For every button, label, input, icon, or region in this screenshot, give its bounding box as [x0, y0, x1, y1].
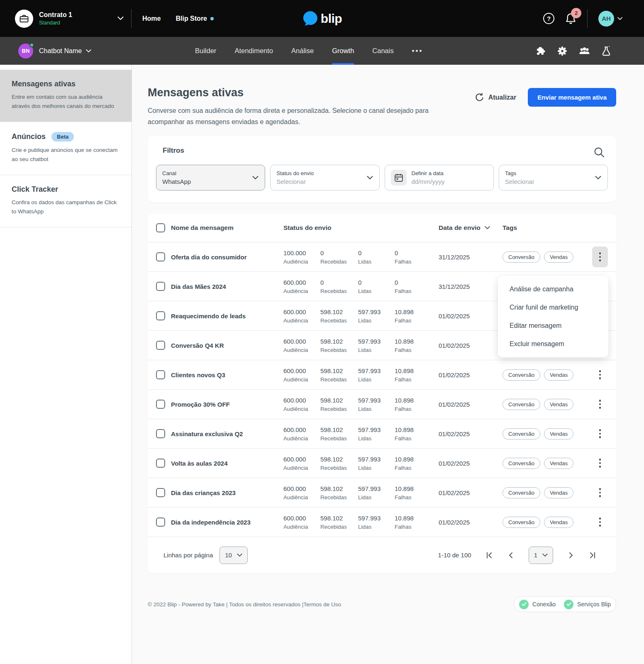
user-menu[interactable]: AH [598, 11, 622, 27]
menu-item-analise-de-campanha[interactable]: Análise de campanha [498, 280, 608, 298]
tags-filter-select[interactable]: Tags Selecionar [499, 165, 608, 190]
send-active-message-button[interactable]: Enviar mensagem ativa [528, 88, 616, 107]
row-checkbox[interactable] [156, 311, 165, 320]
notification-badge: 2 [571, 8, 581, 18]
chevron-down-icon [367, 176, 373, 180]
pagination-controls: 1-10 de 100 1 [438, 547, 596, 564]
send-date: 01/02/2025 [439, 489, 503, 496]
row-checkbox[interactable] [156, 429, 165, 438]
last-page-icon[interactable] [589, 552, 596, 559]
row-menu-button[interactable] [592, 247, 608, 267]
pagination-bar: Linhas por página 10 1-10 de 100 [148, 537, 616, 573]
tab-atendimento[interactable]: Atendimento [234, 37, 273, 65]
sidebar-item-title: Click Tracker [12, 185, 122, 194]
row-checkbox[interactable] [156, 370, 165, 379]
metric-failed: 10.898Falhas [395, 426, 432, 442]
channel-filter-select[interactable]: Canal WhatsApp [156, 165, 265, 190]
metric-received: 598.102Recebidas [320, 338, 358, 353]
users-icon[interactable] [579, 46, 590, 55]
filters-card: Filtros Canal WhatsApp [148, 136, 616, 202]
table-row: Oferta dia do consumidor 100.000Audiênci… [148, 242, 616, 271]
row-checkbox[interactable] [156, 400, 165, 409]
sidebar-item-click-tracker[interactable]: Click Tracker Confira os dados das campa… [0, 175, 132, 227]
date-filter-placeholder: dd/mm/yyyy [412, 178, 445, 185]
metric-read: 597.993Lidas [358, 397, 395, 412]
row-checkbox[interactable] [156, 252, 165, 261]
select-all-checkbox[interactable] [156, 223, 165, 232]
pagination-range: 1-10 de 100 [438, 552, 471, 559]
tag-pill: Vendas [544, 517, 573, 528]
menu-item-editar-mensagem[interactable]: Editar mensagem [498, 317, 608, 335]
row-tags: ConversãoVendas [503, 251, 584, 263]
menu-item-criar-funil[interactable]: Criar funil de marketing [498, 298, 608, 317]
column-header-date[interactable]: Data de envio [439, 224, 503, 232]
nav-blip-store-label: Blip Store [176, 15, 207, 22]
flask-icon[interactable] [602, 46, 611, 56]
menu-item-excluir-mensagem[interactable]: Excluir mensagem [498, 335, 608, 353]
chatbot-initials: BN [22, 48, 30, 54]
row-tags: ConversãoVendas [503, 458, 584, 469]
metric-audience: 600.000Audiência [283, 515, 320, 530]
filter-fields: Canal WhatsApp Status do envio Seleciona… [156, 165, 608, 190]
row-checkbox[interactable] [156, 488, 165, 497]
metric-read: 597.993Lidas [358, 515, 395, 530]
help-icon[interactable]: ? [543, 13, 554, 24]
nav-home[interactable]: Home [142, 15, 161, 22]
puzzle-icon[interactable] [536, 46, 546, 56]
sidebar-item-mensagens-ativas[interactable]: Mensagens ativas Entre em contato com su… [0, 70, 132, 122]
more-tabs-icon[interactable] [412, 37, 422, 65]
page-description: Converse com sua audiência de forma dire… [148, 105, 459, 127]
table-header-row: Nome da mensagem Status do envio Data de… [148, 214, 616, 242]
user-avatar: AH [598, 11, 614, 27]
copyright-text: © 2022 Blip - Powered by Take | Todos os… [148, 601, 341, 608]
tag-pill: Vendas [544, 487, 573, 498]
row-menu-button[interactable] [592, 512, 608, 532]
tab-canais[interactable]: Canais [372, 37, 393, 65]
send-date: 01/02/2025 [439, 460, 503, 467]
row-menu-button[interactable] [592, 394, 608, 415]
refresh-label: Atualizar [488, 94, 517, 101]
date-filter-input[interactable]: Definir a data dd/mm/yyyy [385, 165, 494, 190]
message-name: Dia das crianças 2023 [171, 489, 283, 496]
chatbot-switcher[interactable]: BN Chatbot Name [18, 44, 91, 59]
row-menu-button[interactable] [592, 423, 608, 444]
tab-analise[interactable]: Análise [291, 37, 314, 65]
contract-plan: Standard [39, 20, 117, 26]
row-checkbox[interactable] [156, 282, 165, 291]
message-name: Promoção 30% OFF [171, 401, 283, 408]
tab-growth[interactable]: Growth [332, 37, 354, 65]
metric-received: 598.102Recebidas [320, 367, 358, 383]
next-page-icon[interactable] [567, 552, 575, 559]
row-menu-button[interactable] [592, 482, 608, 503]
row-menu-button[interactable] [592, 453, 608, 474]
chevron-down-icon [86, 49, 91, 53]
date-filter-label: Definir a data [412, 170, 445, 176]
tab-builder[interactable]: Builder [195, 37, 216, 65]
rows-per-page-select[interactable]: 10 [220, 547, 248, 564]
metric-audience: 600.000Audiência [283, 308, 320, 324]
send-date: 01/02/2025 [439, 519, 503, 526]
page-select[interactable]: 1 [529, 547, 553, 564]
row-checkbox[interactable] [156, 518, 165, 527]
status-filter-select[interactable]: Status do envio Selecionar [270, 165, 379, 190]
message-name: Conversão Q4 KR [171, 342, 283, 349]
notifications-button[interactable]: 2 [565, 12, 576, 24]
row-menu-button[interactable] [592, 364, 608, 385]
row-checkbox[interactable] [156, 459, 165, 468]
tag-pill: Conversão [503, 517, 540, 528]
metric-read: 597.993Lidas [358, 456, 395, 471]
gear-icon[interactable] [557, 46, 567, 56]
metric-received: 598.102Recebidas [320, 308, 358, 324]
metric-read: 597.993Lidas [358, 308, 395, 324]
search-icon[interactable] [593, 146, 605, 158]
refresh-button[interactable]: Atualizar [475, 93, 517, 102]
tag-pill: Vendas [544, 369, 573, 381]
sidebar-item-anuncios[interactable]: Anúncios Beta Crie e publique anúncios q… [0, 122, 132, 175]
first-page-icon[interactable] [485, 552, 493, 559]
row-checkbox[interactable] [156, 341, 165, 350]
nav-blip-store[interactable]: Blip Store [176, 15, 214, 22]
filters-title: Filtros [163, 146, 608, 155]
contract-switcher[interactable]: Contrato 1 Standard [15, 10, 124, 28]
prev-page-icon[interactable] [507, 552, 515, 559]
send-date: 01/02/2025 [439, 371, 503, 378]
